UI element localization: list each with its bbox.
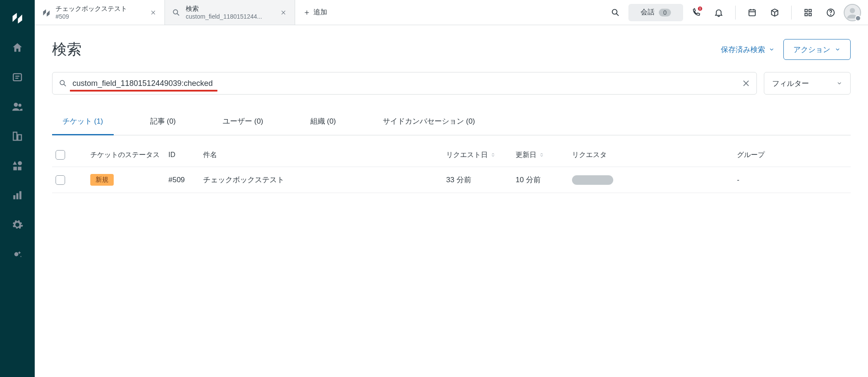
close-icon[interactable] xyxy=(149,8,158,17)
alert-badge-icon: ! xyxy=(697,6,703,12)
chevron-down-icon xyxy=(769,46,775,52)
sort-icon xyxy=(539,152,544,157)
reports-icon[interactable] xyxy=(8,186,27,205)
users-icon[interactable] xyxy=(8,97,27,116)
col-status[interactable]: チケットのステータス xyxy=(90,151,168,160)
col-requested[interactable]: リクエスト日 xyxy=(446,151,516,160)
sort-icon xyxy=(490,152,496,157)
svg-rect-5 xyxy=(13,132,17,141)
tab-sub: #509 xyxy=(56,13,144,20)
clear-icon[interactable] xyxy=(742,79,750,88)
svg-point-23 xyxy=(612,9,617,14)
add-tab-label: 追加 xyxy=(313,8,327,17)
svg-point-35 xyxy=(850,8,855,13)
tab-search[interactable]: 検索 custom_field_1180151244... xyxy=(165,0,295,25)
col-requester[interactable]: リクエスタ xyxy=(572,151,737,160)
table-row[interactable]: 新規 #509 チェックボックステスト 33 分前 10 分前 - xyxy=(52,167,851,193)
table-header: チケットのステータス ID 件名 リクエスト日 更新日 リクエスタ グループ xyxy=(52,143,851,167)
phone-icon[interactable]: ! xyxy=(687,3,706,22)
main-area: チェックボックステスト #509 検索 custom_field_1180151… xyxy=(35,0,868,377)
filter-dropdown[interactable]: フィルター xyxy=(764,72,851,95)
svg-rect-11 xyxy=(13,195,16,199)
row-id: #509 xyxy=(168,176,203,184)
tab-tickets[interactable]: チケット (1) xyxy=(52,112,114,135)
svg-line-37 xyxy=(64,84,66,86)
org-icon[interactable] xyxy=(8,127,27,146)
divider xyxy=(735,6,736,20)
tab-users[interactable]: ユーザー (0) xyxy=(212,112,274,135)
action-button-label: アクション xyxy=(793,45,830,55)
content: 検索 保存済み検索 アクション xyxy=(35,25,868,207)
saved-search-label: 保存済み検索 xyxy=(721,45,765,55)
home-icon[interactable] xyxy=(8,38,27,57)
svg-line-24 xyxy=(616,13,618,16)
search-row: フィルター xyxy=(52,72,851,95)
sparkle-icon[interactable] xyxy=(8,245,27,264)
row-subject: チェックボックステスト xyxy=(203,175,446,185)
saved-search-dropdown[interactable]: 保存済み検索 xyxy=(721,45,775,55)
avatar[interactable] xyxy=(844,4,861,21)
search-icon[interactable] xyxy=(606,3,625,22)
svg-rect-30 xyxy=(809,9,812,12)
svg-rect-12 xyxy=(16,193,19,199)
tab-orgs[interactable]: 組織 (0) xyxy=(300,112,347,135)
svg-point-3 xyxy=(14,103,18,107)
box-icon[interactable] xyxy=(765,3,784,22)
help-icon[interactable] xyxy=(821,3,840,22)
brand-logo-icon[interactable] xyxy=(8,9,27,28)
conversations-button[interactable]: 会話 0 xyxy=(628,4,683,21)
apps-icon[interactable] xyxy=(799,3,818,22)
row-checkbox[interactable] xyxy=(56,175,65,185)
col-updated[interactable]: 更新日 xyxy=(516,151,572,160)
chevron-down-icon xyxy=(835,46,841,52)
status-badge: 新規 xyxy=(90,174,114,186)
bell-icon[interactable] xyxy=(709,3,728,22)
tab-side-conversations[interactable]: サイドカンバセーション (0) xyxy=(372,112,486,135)
tab-title: チェックボックステスト xyxy=(56,4,144,13)
search-icon xyxy=(59,79,67,88)
row-updated: 10 分前 xyxy=(516,175,572,185)
svg-marker-7 xyxy=(13,161,17,165)
add-tab-button[interactable]: 追加 xyxy=(295,0,336,25)
action-button[interactable]: アクション xyxy=(783,39,851,60)
divider xyxy=(791,6,792,20)
chevron-down-icon xyxy=(836,80,842,86)
close-icon[interactable] xyxy=(279,8,288,17)
conversations-count: 0 xyxy=(659,9,671,16)
search-tab-icon xyxy=(172,8,181,17)
tab-articles[interactable]: 記事 (0) xyxy=(140,112,187,135)
svg-point-8 xyxy=(18,161,22,165)
topbar: チェックボックステスト #509 検索 custom_field_1180151… xyxy=(35,0,868,25)
left-sidebar xyxy=(0,0,35,377)
svg-rect-10 xyxy=(18,167,21,170)
row-requested: 33 分前 xyxy=(446,175,516,185)
status-dot-icon xyxy=(855,15,861,21)
svg-rect-13 xyxy=(20,191,22,200)
tab-ticket-509[interactable]: チェックボックステスト #509 xyxy=(35,0,165,25)
search-input[interactable] xyxy=(72,79,736,88)
shapes-icon[interactable] xyxy=(8,156,27,175)
settings-icon[interactable] xyxy=(8,215,27,234)
svg-point-36 xyxy=(60,80,64,85)
svg-point-4 xyxy=(18,104,21,107)
ticket-tab-icon xyxy=(42,8,50,17)
topbar-actions: 会話 0 ! xyxy=(606,0,868,25)
svg-rect-0 xyxy=(13,74,22,81)
svg-point-17 xyxy=(173,10,178,14)
ticket-icon[interactable] xyxy=(8,68,27,87)
search-box[interactable] xyxy=(52,72,757,95)
calendar-icon[interactable] xyxy=(743,3,762,22)
page-title: 検索 xyxy=(52,39,82,59)
col-id[interactable]: ID xyxy=(168,151,203,159)
svg-point-34 xyxy=(831,14,831,15)
select-all-checkbox[interactable] xyxy=(56,150,65,160)
annotation-underline xyxy=(70,90,217,92)
svg-rect-25 xyxy=(749,10,756,16)
svg-line-18 xyxy=(177,13,179,16)
svg-rect-9 xyxy=(13,167,17,170)
result-tabs: チケット (1) 記事 (0) ユーザー (0) 組織 (0) サイドカンバセー… xyxy=(52,112,851,135)
svg-rect-29 xyxy=(805,9,808,12)
col-group[interactable]: グループ xyxy=(737,151,847,160)
col-subject[interactable]: 件名 xyxy=(203,151,446,160)
tab-sub: custom_field_1180151244... xyxy=(186,13,274,20)
